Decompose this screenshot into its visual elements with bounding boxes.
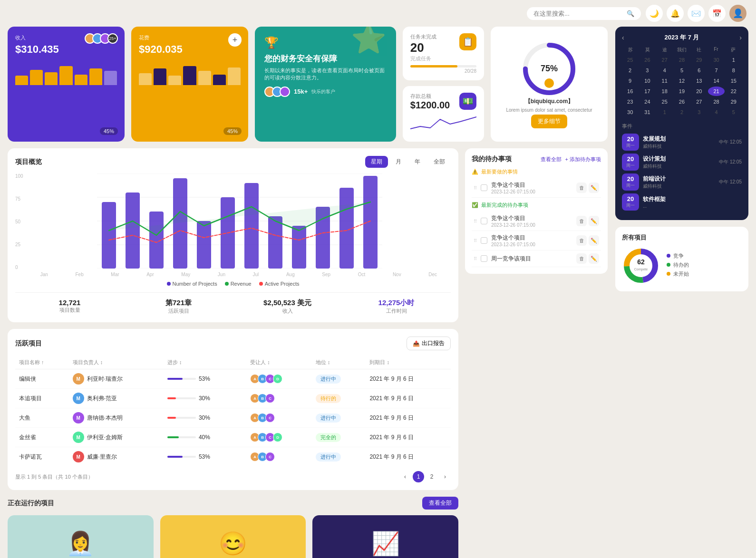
- ps-dot-compete: [667, 254, 670, 258]
- delete-btn-4[interactable]: 🗑: [576, 253, 587, 264]
- progress-line-4: [167, 456, 196, 458]
- cal-day-5-1[interactable]: 31: [639, 107, 655, 117]
- cal-day-1-6[interactable]: 8: [726, 66, 742, 75]
- page-prev-btn[interactable]: ‹: [399, 471, 411, 482]
- cal-day-4-3[interactable]: 26: [674, 97, 690, 106]
- delete-btn-3[interactable]: 🗑: [576, 235, 587, 246]
- drag-icon-1[interactable]: ⠿: [474, 185, 477, 191]
- cal-day-2-2[interactable]: 11: [657, 76, 673, 86]
- cal-day-4-5[interactable]: 28: [708, 97, 724, 106]
- cal-day-5-3[interactable]: 2: [674, 107, 690, 117]
- delete-btn-2[interactable]: 🗑: [576, 216, 587, 226]
- mail-icon-btn[interactable]: ✉️: [688, 5, 705, 22]
- cal-day-3-5[interactable]: 21: [708, 87, 724, 96]
- cal-prev-btn[interactable]: ‹: [622, 34, 624, 41]
- search-box[interactable]: 🔍: [527, 7, 641, 20]
- drag-icon-2[interactable]: ⠿: [474, 219, 477, 224]
- gauge-detail-btn[interactable]: 更多细节: [531, 115, 567, 128]
- edit-btn-1[interactable]: ✏️: [589, 183, 599, 193]
- todo-actions[interactable]: 查看全部 + 添加待办事项: [541, 156, 601, 163]
- cal-day-1-0[interactable]: 2: [622, 66, 638, 75]
- cal-day-1-1[interactable]: 3: [639, 66, 655, 75]
- cal-day-2-5[interactable]: 14: [708, 76, 724, 86]
- todo-checkbox-2[interactable]: [481, 218, 487, 224]
- cal-day-5-0[interactable]: 30: [622, 107, 638, 117]
- cal-days-header: 苏 莫 途 我们 社 Fr 萨: [622, 47, 742, 53]
- cal-day-2-4[interactable]: 13: [691, 76, 707, 86]
- cal-day-3-3[interactable]: 19: [674, 87, 690, 96]
- todo-view-all[interactable]: 查看全部: [541, 156, 562, 163]
- cal-day-2-0[interactable]: 9: [622, 76, 638, 86]
- todo-item-actions-1[interactable]: 🗑 ✏️: [576, 183, 599, 193]
- table-head: 项目名称 ↑ 项目负责人 ↕ 进步 ↕ 受让人 ↕ 地位 ↕ 到期日 ↕: [15, 356, 451, 369]
- todo-checkbox-3[interactable]: [481, 237, 487, 244]
- running-title: 正在运行的项目: [8, 499, 54, 508]
- cal-day-3-0[interactable]: 16: [622, 87, 638, 96]
- delete-btn-1[interactable]: 🗑: [576, 183, 587, 193]
- cal-day-2-3[interactable]: 12: [674, 76, 690, 86]
- cal-day-0-0[interactable]: 25: [622, 55, 638, 65]
- cal-day-4-4[interactable]: 27: [691, 97, 707, 106]
- cal-day-2-6[interactable]: 15: [726, 76, 742, 86]
- export-btn[interactable]: 📤 出口报告: [407, 337, 451, 350]
- todo-item-actions-3[interactable]: 🗑 ✏️: [576, 235, 599, 246]
- cal-day-1-4[interactable]: 6: [691, 66, 707, 75]
- revenue-bars: [15, 61, 117, 85]
- cal-day-0-1[interactable]: 26: [639, 55, 655, 65]
- page-next-btn[interactable]: ›: [439, 471, 451, 482]
- cal-day-4-6[interactable]: 29: [726, 97, 742, 106]
- stat-projects: 12,721 项目数量: [15, 298, 124, 315]
- table-row-1: 本追项目 M 奥利弗·范亚 30% ABC 待行的: [15, 389, 451, 408]
- todo-item-actions-4[interactable]: 🗑 ✏️: [576, 253, 599, 264]
- tab-all[interactable]: 全部: [428, 156, 451, 168]
- cal-day-5-2[interactable]: 1: [657, 107, 673, 117]
- page-1-btn[interactable]: 1: [413, 471, 424, 482]
- cal-day-3-6[interactable]: 22: [726, 87, 742, 96]
- page-2-btn[interactable]: 2: [426, 471, 437, 482]
- cal-day-0-6[interactable]: 1: [726, 55, 742, 65]
- cal-day-3-1[interactable]: 17: [639, 87, 655, 96]
- cal-day-0-4[interactable]: 29: [691, 55, 707, 65]
- chart-tabs[interactable]: 星期 月 年 全部: [365, 156, 451, 168]
- user-avatar-btn[interactable]: 👤: [729, 5, 746, 22]
- cal-day-0-5[interactable]: 30: [708, 55, 724, 65]
- running-card-img-1: 😊: [160, 515, 306, 558]
- cal-day-0-2[interactable]: 27: [657, 55, 673, 65]
- cal-day-4-1[interactable]: 24: [639, 97, 655, 106]
- cal-day-1-2[interactable]: 4: [657, 66, 673, 75]
- cal-day-5-5[interactable]: 4: [708, 107, 724, 117]
- cal-day-3-4[interactable]: 20: [691, 87, 707, 96]
- drag-icon-4[interactable]: ⠿: [474, 256, 477, 261]
- todo-item-actions-2[interactable]: 🗑 ✏️: [576, 216, 599, 226]
- cal-day-1-5[interactable]: 7: [708, 66, 724, 75]
- cal-day-5-6[interactable]: 5: [726, 107, 742, 117]
- tab-week[interactable]: 星期: [365, 156, 388, 168]
- cell-due-3: 2021 年 9 月 6 日: [366, 428, 451, 447]
- edit-btn-2[interactable]: ✏️: [589, 216, 599, 226]
- calendar-icon-btn[interactable]: 📅: [708, 5, 726, 22]
- cal-day-1-3[interactable]: 5: [674, 66, 690, 75]
- tab-year[interactable]: 年: [409, 156, 426, 168]
- moon-icon-btn[interactable]: 🌙: [646, 5, 663, 22]
- cal-day-2-1[interactable]: 10: [639, 76, 655, 86]
- drag-icon-3[interactable]: ⠿: [474, 238, 477, 243]
- view-all-btn[interactable]: 查看全部: [422, 497, 458, 510]
- todo-add[interactable]: + 添加待办事项: [565, 156, 601, 163]
- event-info-0: 发展规划 威特科技: [643, 135, 715, 150]
- cal-day-3-2[interactable]: 18: [657, 87, 673, 96]
- cal-day-5-4[interactable]: 3: [691, 107, 707, 117]
- edit-btn-3[interactable]: ✏️: [589, 235, 599, 246]
- search-input[interactable]: [533, 10, 623, 17]
- edit-btn-4[interactable]: ✏️: [589, 253, 599, 264]
- cal-day-4-0[interactable]: 23: [622, 97, 638, 106]
- todo-checkbox-4[interactable]: [481, 255, 487, 262]
- todo-checkbox-1[interactable]: [481, 184, 487, 191]
- cal-day-0-3[interactable]: 28: [674, 55, 690, 65]
- bell-icon-btn[interactable]: 🔔: [667, 5, 684, 22]
- page-buttons[interactable]: ‹ 1 2 ›: [399, 471, 451, 482]
- cal-next-btn[interactable]: ›: [739, 34, 742, 41]
- tab-month[interactable]: 月: [390, 156, 407, 168]
- add-expense-btn[interactable]: +: [228, 33, 242, 47]
- cal-day-4-2[interactable]: 25: [657, 97, 673, 106]
- cell-name-1: 本追项目: [15, 389, 69, 408]
